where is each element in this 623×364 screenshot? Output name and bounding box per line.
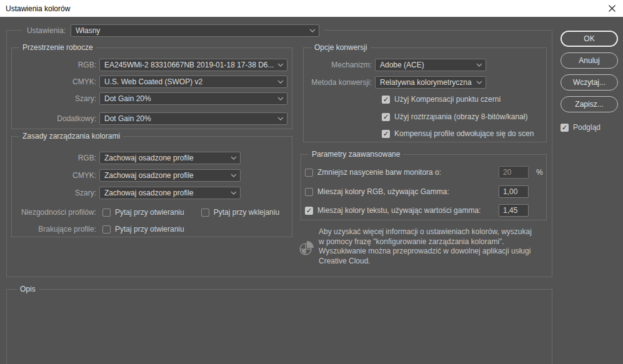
- spot-dropdown[interactable]: Dot Gain 20%: [99, 112, 287, 125]
- percent-unit-label: %: [536, 168, 543, 177]
- spot-label: Dodatkowy:: [12, 114, 99, 123]
- engine-dropdown-value: Adobe (ACE): [380, 61, 474, 69]
- dither-row: Użyj roztrząsania (obrazy 8-bitów/kanał): [382, 111, 527, 123]
- desaturate-monitor-checkbox[interactable]: [305, 169, 313, 177]
- load-button[interactable]: Wczytaj...: [561, 74, 618, 91]
- blend-rgb-gamma-input[interactable]: [499, 185, 529, 198]
- creative-cloud-icon: [298, 240, 316, 257]
- rgb-dropdown-value: EA245WMi-2 83310667NB 2019-01-18 17-38 D…: [104, 61, 275, 69]
- policy-cmyk-label: CMYK:: [12, 171, 99, 180]
- titlebar: Ustawienia kolorów: [0, 0, 623, 17]
- missing-ask-when-opening-label: Pytaj przy otwieraniu: [115, 225, 184, 234]
- policy-gray-dropdown[interactable]: Zachowaj osadzone profile: [99, 187, 241, 199]
- chevron-down-icon: [231, 174, 237, 177]
- ok-button-label: OK: [584, 34, 594, 43]
- help-note-line: Aby uzyskać więcej informacji o ustawien…: [319, 227, 551, 237]
- blend-rgb-gamma-label: Mieszaj kolory RGB, używając Gamma:: [317, 187, 449, 196]
- policy-cmyk-dropdown-value: Zachowaj osadzone profile: [104, 171, 228, 180]
- chevron-down-icon: [231, 156, 237, 160]
- blend-text-gamma-checkbox[interactable]: [305, 207, 313, 215]
- cmyk-dropdown-value: U.S. Web Coated (SWOP) v2: [104, 77, 275, 86]
- chevron-down-icon: [476, 63, 482, 67]
- chevron-down-icon: [277, 97, 284, 101]
- policy-cmyk-dropdown[interactable]: Zachowaj osadzone profile: [99, 169, 241, 182]
- engine-label: Mechanizm:: [304, 61, 375, 69]
- dialog-body: Ustawienia: Własny Przestrzenie robocze …: [0, 17, 623, 364]
- black-point-compensation-label: Użyj Kompensacji punktu czerni: [394, 95, 501, 104]
- color-settings-dialog: Ustawienia kolorów Ustawienia: Własny Pr…: [0, 0, 623, 364]
- cancel-button[interactable]: Anuluj: [561, 52, 618, 69]
- intent-dropdown[interactable]: Relatywna kolorymetryczna: [375, 76, 486, 89]
- cmyk-dropdown[interactable]: U.S. Web Coated (SWOP) v2: [99, 76, 287, 88]
- blend-rgb-row: Mieszaj kolory RGB, używając Gamma:: [305, 185, 449, 198]
- blend-text-row: Mieszaj kolory tekstu, używając wartości…: [305, 204, 481, 217]
- scene-profiles-row: Kompensuj profile odwołujące się do scen: [382, 127, 534, 140]
- working-space-spot-row: Dodatkowy: Dot Gain 20%: [12, 112, 289, 125]
- preview-row: Podgląd: [561, 121, 601, 134]
- black-point-compensation-checkbox[interactable]: [382, 96, 390, 104]
- description-group: Opis: [6, 289, 552, 364]
- description-legend: Opis: [17, 284, 39, 294]
- preview-checkbox[interactable]: [561, 124, 569, 132]
- compensate-scene-profiles-label: Kompensuj profile odwołujące się do scen: [394, 129, 534, 138]
- chevron-down-icon: [476, 81, 482, 84]
- gray-dropdown[interactable]: Dot Gain 20%: [99, 92, 287, 105]
- desaturate-monitor-label: Zmniejsz nasycenie barw monitora o:: [317, 168, 441, 177]
- policy-rgb-dropdown-value: Zachowaj osadzone profile: [104, 154, 228, 162]
- intent-row: Metoda konwersji: Relatywna kolorymetryc…: [304, 76, 544, 89]
- engine-row: Mechanizm: Adobe (ACE): [304, 59, 544, 71]
- cancel-button-label: Anuluj: [579, 56, 599, 65]
- working-spaces-group: Przestrzenie robocze RGB: EA245WMi-2 833…: [11, 47, 292, 129]
- gray-label: Szary:: [12, 94, 99, 103]
- settings-dropdown[interactable]: Własny: [71, 24, 319, 37]
- desaturate-row: Zmniejsz nasycenie barw monitora o:: [305, 166, 441, 179]
- ask-when-opening-checkbox[interactable]: [102, 209, 111, 217]
- ok-button[interactable]: OK: [561, 31, 618, 47]
- policy-cmyk-row: CMYK: Zachowaj osadzone profile: [12, 169, 289, 182]
- cmyk-label: CMYK:: [12, 77, 99, 86]
- blend-rgb-gamma-checkbox[interactable]: [305, 188, 313, 196]
- window-title: Ustawienia kolorów: [6, 4, 70, 13]
- working-space-gray-row: Szary: Dot Gain 20%: [12, 92, 289, 105]
- help-note-line: Creative Cloud.: [319, 257, 551, 267]
- desaturate-amount-input[interactable]: [499, 166, 529, 179]
- chevron-down-icon: [277, 117, 284, 121]
- missing-profiles-label: Brakujące profile:: [12, 225, 99, 234]
- chevron-down-icon: [277, 63, 284, 67]
- load-button-label: Wczytaj...: [573, 78, 606, 87]
- help-note-line: w pomocy frazę "konfigurowanie zarządzan…: [319, 237, 551, 247]
- advanced-legend: Parametry zaawansowane: [309, 149, 403, 159]
- preview-label: Podgląd: [573, 123, 601, 132]
- blend-text-gamma-label: Mieszaj kolory tekstu, używając wartości…: [317, 206, 481, 215]
- ask-when-pasting-checkbox[interactable]: [201, 209, 209, 217]
- advanced-group: Parametry zaawansowane Zmniejsz nasyceni…: [301, 154, 547, 220]
- policy-rgb-label: RGB:: [12, 154, 99, 162]
- conversion-options-legend: Opcje konwersji: [311, 42, 371, 52]
- help-note: Aby uzyskać więcej informacji o ustawien…: [319, 227, 551, 266]
- black-point-row: Użyj Kompensacji punktu czerni: [382, 93, 501, 106]
- settings-dropdown-value: Własny: [76, 26, 307, 35]
- policy-rgb-row: RGB: Zachowaj osadzone profile: [12, 152, 289, 164]
- profile-mismatch-row: Niezgodności profilów: Pytaj przy otwier…: [12, 206, 289, 219]
- settings-label: Ustawienia:: [27, 26, 66, 35]
- profile-mismatch-label: Niezgodności profilów:: [12, 208, 99, 217]
- engine-dropdown[interactable]: Adobe (ACE): [375, 59, 486, 71]
- help-note-line: Wyszukiwanie można przeprowadzić w dowol…: [319, 247, 551, 257]
- missing-profiles-row: Brakujące profile: Pytaj przy otwieraniu: [12, 223, 289, 235]
- missing-ask-when-opening-checkbox[interactable]: [102, 225, 111, 234]
- compensate-scene-profiles-checkbox[interactable]: [382, 130, 390, 138]
- working-spaces-legend: Przestrzenie robocze: [19, 42, 96, 52]
- policies-group: Zasady zarządzania kolorami RGB: Zachowa…: [11, 136, 292, 237]
- save-button-label: Zapisz...: [575, 100, 603, 109]
- rgb-dropdown[interactable]: EA245WMi-2 83310667NB 2019-01-18 17-38 D…: [99, 59, 287, 71]
- close-icon[interactable]: [606, 2, 618, 14]
- use-dither-label: Użyj roztrząsania (obrazy 8-bitów/kanał): [394, 112, 527, 121]
- blend-text-gamma-input[interactable]: [499, 204, 529, 217]
- use-dither-checkbox[interactable]: [382, 113, 390, 121]
- policy-gray-label: Szary:: [12, 189, 99, 197]
- policy-rgb-dropdown[interactable]: Zachowaj osadzone profile: [99, 152, 241, 164]
- rgb-label: RGB:: [12, 61, 99, 69]
- save-button[interactable]: Zapisz...: [561, 96, 618, 112]
- intent-label: Metoda konwersji:: [304, 78, 375, 87]
- policies-legend: Zasady zarządzania kolorami: [19, 131, 123, 141]
